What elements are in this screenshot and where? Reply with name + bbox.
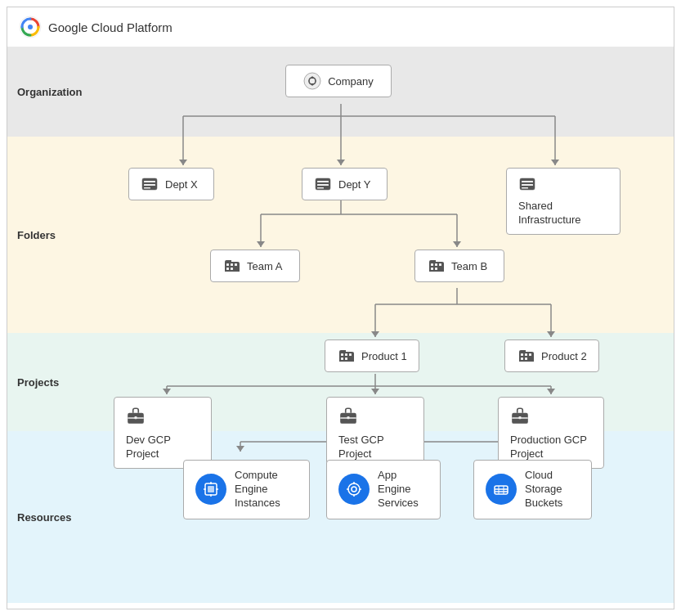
svg-rect-63	[435, 268, 437, 270]
svg-rect-61	[439, 263, 441, 266]
svg-rect-43	[144, 181, 155, 182]
app-engine-icon-bg	[338, 474, 370, 505]
compute-engine-icon	[202, 480, 220, 498]
svg-rect-67	[341, 357, 343, 360]
test-gcp-node: Test GCP Project	[326, 397, 424, 469]
svg-rect-69	[521, 353, 523, 356]
svg-point-2	[28, 25, 33, 29]
svg-rect-52	[522, 184, 533, 186]
dev-gcp-icon	[126, 404, 146, 427]
gcp-logo-icon	[19, 16, 42, 38]
svg-rect-71	[529, 353, 531, 356]
dept-x-label: Dept X	[165, 178, 198, 191]
product-1-label: Product 1	[361, 350, 407, 362]
shared-infra-label: Shared Infrastructure	[518, 200, 608, 227]
svg-rect-44	[144, 184, 155, 186]
cloud-storage-node: Cloud Storage Buckets	[473, 460, 592, 519]
svg-rect-60	[435, 263, 437, 266]
team-b-label: Team B	[451, 260, 487, 272]
svg-rect-68	[345, 357, 347, 360]
svg-rect-79	[347, 416, 349, 419]
svg-point-39	[304, 73, 320, 89]
svg-rect-72	[521, 357, 523, 360]
svg-rect-51	[522, 181, 533, 182]
company-label: Company	[328, 75, 374, 88]
test-gcp-icon	[338, 404, 358, 427]
svg-rect-73	[525, 357, 527, 360]
dept-y-label: Dept Y	[338, 178, 371, 191]
shared-infra-icon	[518, 175, 536, 193]
app-engine-label: App Engine Services	[378, 469, 428, 510]
product-2-icon	[517, 347, 535, 365]
app-title: Google Cloud Platform	[48, 20, 172, 34]
band-folders: Folders	[7, 137, 674, 333]
svg-rect-56	[235, 263, 237, 266]
compute-engine-label: Compute Engine Instances	[235, 469, 298, 510]
product-1-node: Product 1	[325, 339, 419, 372]
team-a-node: Team A	[210, 250, 300, 282]
org-label: Organization	[17, 86, 82, 98]
team-a-label: Team A	[247, 260, 282, 272]
team-b-icon	[427, 257, 445, 275]
svg-rect-57	[226, 268, 229, 270]
svg-rect-65	[345, 353, 347, 356]
svg-rect-62	[431, 268, 433, 270]
svg-rect-49	[317, 187, 324, 189]
app-engine-icon	[345, 480, 363, 498]
team-b-node: Team B	[414, 250, 504, 282]
product-1-icon	[337, 347, 355, 365]
cloud-storage-icon	[492, 480, 510, 498]
dept-y-icon	[314, 175, 332, 193]
main-container: Google Cloud Platform Organization Folde…	[7, 7, 674, 609]
dept-x-icon	[141, 175, 159, 193]
compute-engine-node: Compute Engine Instances	[183, 460, 310, 519]
dept-x-node: Dept X	[128, 168, 214, 200]
app-engine-node: App Engine Services	[326, 460, 441, 519]
svg-rect-84	[208, 486, 214, 492]
svg-rect-55	[231, 263, 233, 266]
gcp-logo	[19, 16, 42, 38]
prod-gcp-label: Production GCP Project	[510, 434, 592, 461]
svg-rect-82	[518, 416, 521, 419]
dept-y-node: Dept Y	[302, 168, 388, 200]
svg-rect-64	[341, 353, 343, 356]
svg-rect-59	[431, 263, 433, 266]
cloud-storage-label: Cloud Storage Buckets	[525, 469, 580, 510]
svg-rect-45	[144, 187, 150, 189]
product-2-label: Product 2	[541, 350, 587, 362]
svg-rect-76	[134, 416, 137, 419]
svg-rect-58	[231, 268, 233, 270]
compute-engine-icon-bg	[195, 474, 226, 505]
prod-gcp-icon	[510, 404, 530, 427]
svg-point-89	[348, 483, 360, 495]
svg-rect-66	[349, 353, 352, 356]
svg-rect-47	[317, 181, 329, 182]
svg-rect-53	[522, 187, 528, 189]
prod-gcp-node: Production GCP Project	[498, 397, 604, 469]
company-icon	[303, 72, 321, 90]
svg-rect-95	[495, 486, 508, 494]
company-node: Company	[285, 65, 392, 97]
header: Google Cloud Platform	[7, 7, 674, 47]
svg-rect-70	[525, 353, 527, 356]
product-2-node: Product 2	[504, 339, 599, 372]
shared-infra-node: Shared Infrastructure	[506, 168, 621, 235]
svg-rect-48	[317, 184, 329, 186]
projects-label: Projects	[17, 376, 59, 389]
diagram: Organization Folders Projects Resources	[7, 47, 674, 607]
dev-gcp-label: Dev GCP Project	[126, 434, 199, 461]
svg-point-90	[352, 487, 356, 492]
resources-label: Resources	[17, 511, 71, 524]
dev-gcp-node: Dev GCP Project	[114, 397, 212, 469]
svg-rect-54	[226, 263, 229, 266]
test-gcp-label: Test GCP Project	[338, 434, 412, 461]
folders-label: Folders	[17, 229, 56, 241]
cloud-storage-icon-bg	[486, 474, 517, 505]
team-a-icon	[222, 257, 240, 275]
